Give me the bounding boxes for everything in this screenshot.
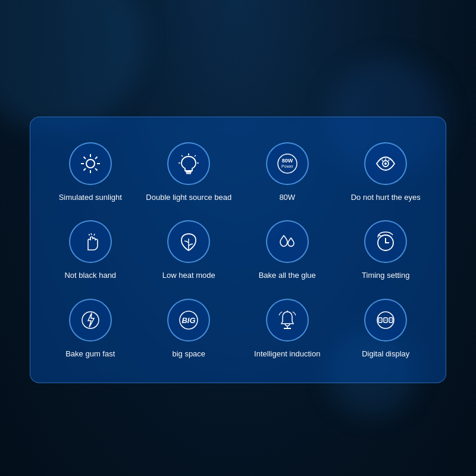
svg-point-0 [86, 159, 95, 168]
intelligent-icon [266, 299, 309, 342]
intelligent-label: Intelligent induction [254, 349, 320, 359]
svg-line-26 [94, 234, 95, 236]
svg-text:80W: 80W [281, 158, 293, 164]
not-black-hand-label: Not black hand [64, 270, 116, 281]
feature-bake-glue: Bake all the glue [239, 214, 336, 288]
big-space-icon: BIG [167, 299, 210, 342]
svg-text:BIG: BIG [182, 316, 196, 325]
low-heat-icon [167, 220, 210, 263]
double-light-icon [167, 142, 210, 185]
svg-line-7 [95, 156, 98, 159]
bake-glue-label: Bake all the glue [259, 270, 316, 281]
feature-double-light: Double light source bead [141, 136, 237, 210]
timing-label: Timing setting [362, 270, 409, 281]
bake-glue-icon [266, 220, 309, 263]
feature-big-space: BIG big space [141, 293, 237, 367]
not-black-hand-icon [69, 220, 112, 263]
feature-simulated-sunlight: Simulated sunlight [42, 136, 139, 210]
svg-line-12 [181, 155, 183, 156]
80w-label: 80W [279, 192, 295, 203]
digital-display-label: Digital display [362, 349, 409, 359]
svg-line-21 [382, 159, 383, 161]
svg-text:Power: Power [281, 164, 294, 168]
bake-gum-icon [69, 299, 112, 342]
feature-timing: Timing setting [338, 214, 434, 288]
svg-line-25 [91, 233, 92, 235]
eye-safe-icon [364, 142, 407, 185]
big-space-label: big space [172, 349, 205, 359]
feature-not-black-hand: Not black hand [42, 214, 139, 288]
feature-digital-display: Digital display [338, 293, 434, 367]
features-card: Simulated sunlight Double light source b… [30, 117, 446, 384]
80w-icon: 80W Power [266, 142, 309, 185]
svg-point-16 [278, 154, 297, 173]
feature-intelligent: Intelligent induction [239, 293, 336, 367]
svg-point-20 [384, 162, 387, 165]
feature-80w: 80W Power 80W [239, 136, 336, 210]
svg-line-8 [83, 168, 86, 171]
svg-line-23 [389, 159, 389, 161]
simulated-sunlight-label: Simulated sunlight [59, 192, 122, 203]
double-light-label: Double light source bead [146, 192, 231, 203]
feature-bake-gum: Bake gum fast [42, 293, 139, 367]
bake-gum-label: Bake gum fast [65, 349, 115, 359]
feature-eye-safe: Do not hurt the eyes [338, 136, 434, 210]
eye-safe-label: Do not hurt the eyes [351, 192, 421, 203]
timing-icon [364, 220, 407, 263]
feature-low-heat: Low heat mode [141, 214, 237, 288]
svg-line-5 [83, 156, 86, 159]
svg-line-6 [95, 168, 98, 171]
low-heat-label: Low heat mode [162, 270, 215, 281]
digital-display-icon [364, 299, 407, 342]
svg-line-13 [195, 155, 196, 156]
simulated-sunlight-icon [69, 142, 112, 185]
